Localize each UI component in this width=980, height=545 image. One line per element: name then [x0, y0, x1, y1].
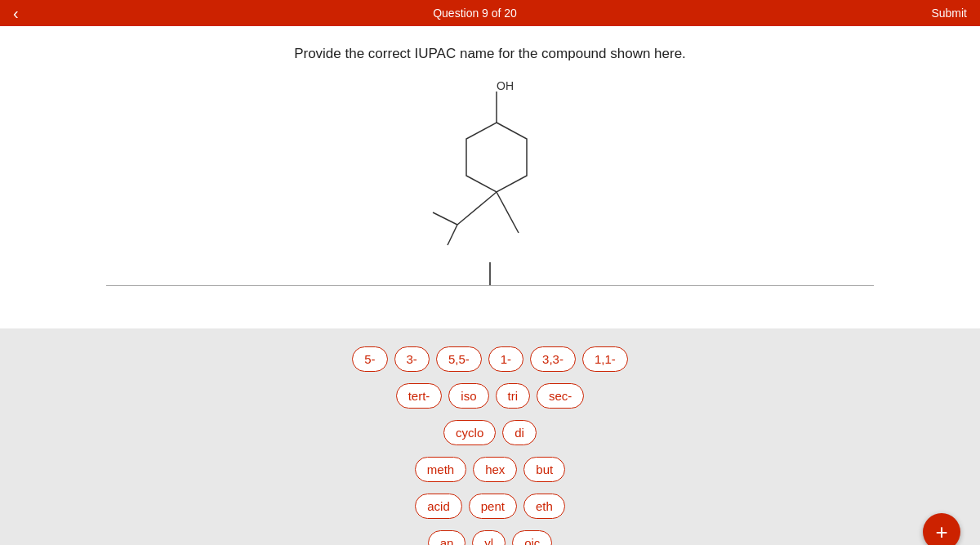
- answer-input-container: [0, 260, 980, 286]
- question-counter: Question 9 of 20: [433, 7, 517, 20]
- token-1-dash[interactable]: 1-: [488, 346, 523, 372]
- token-row-3: cyclo di: [443, 420, 537, 445]
- svg-line-6: [448, 225, 457, 245]
- token-iso[interactable]: iso: [448, 383, 488, 409]
- token-55-dash[interactable]: 5,5-: [436, 346, 482, 372]
- token-but[interactable]: but: [523, 457, 565, 482]
- token-di[interactable]: di: [502, 420, 537, 445]
- token-yl[interactable]: yl: [472, 530, 506, 545]
- token-cyclo[interactable]: cyclo: [443, 420, 496, 445]
- question-prompt: Provide the correct IUPAC name for the c…: [294, 46, 686, 62]
- svg-text:OH: OH: [497, 79, 514, 92]
- plus-button[interactable]: +: [923, 513, 960, 545]
- token-row-4: meth hex but: [415, 457, 565, 482]
- answer-input-area[interactable]: [106, 260, 874, 286]
- token-pent[interactable]: pent: [469, 494, 517, 519]
- token-row-2: tert- iso tri sec-: [396, 383, 585, 409]
- question-area: Provide the correct IUPAC name for the c…: [0, 26, 980, 328]
- token-hex[interactable]: hex: [473, 457, 517, 482]
- token-sec[interactable]: sec-: [537, 383, 584, 409]
- token-section: 5- 3- 5,5- 1- 3,3- 1,1- tert- iso tri se…: [0, 328, 980, 545]
- svg-line-4: [497, 192, 519, 233]
- token-5-dash[interactable]: 5-: [352, 346, 387, 372]
- token-eth[interactable]: eth: [523, 494, 565, 519]
- svg-marker-2: [466, 123, 527, 192]
- text-cursor: [489, 262, 491, 285]
- token-meth[interactable]: meth: [415, 457, 466, 482]
- back-button[interactable]: ‹: [13, 4, 19, 23]
- svg-line-3: [457, 192, 497, 225]
- top-bar: ‹ Question 9 of 20 Submit: [0, 0, 980, 26]
- submit-button[interactable]: Submit: [931, 7, 967, 20]
- token-3-dash[interactable]: 3-: [394, 346, 430, 372]
- token-acid[interactable]: acid: [415, 494, 462, 519]
- token-row-5: acid pent eth: [415, 494, 565, 519]
- token-oic[interactable]: oic: [512, 530, 552, 545]
- token-row-6: an yl oic: [428, 530, 553, 545]
- molecule-diagram: OH: [408, 74, 572, 253]
- token-33-dash[interactable]: 3,3-: [530, 346, 576, 372]
- token-tri[interactable]: tri: [496, 383, 531, 409]
- token-an[interactable]: an: [428, 530, 466, 545]
- token-tert[interactable]: tert-: [396, 383, 443, 409]
- svg-line-5: [433, 212, 457, 225]
- token-11-dash[interactable]: 1,1-: [582, 346, 628, 372]
- token-row-1: 5- 3- 5,5- 1- 3,3- 1,1-: [352, 346, 628, 372]
